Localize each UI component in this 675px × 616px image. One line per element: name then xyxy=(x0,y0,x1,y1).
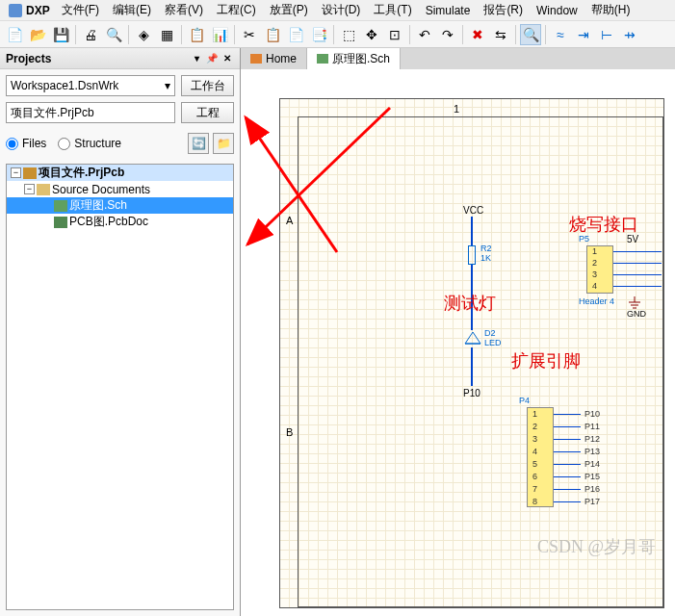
menu-reports[interactable]: 报告(R) xyxy=(478,0,529,20)
print-button[interactable]: 🖨 xyxy=(80,24,101,45)
comp-r2-val: 1K xyxy=(480,253,491,263)
tree-folder[interactable]: − Source Documents xyxy=(7,181,233,197)
dxp-icon xyxy=(9,4,22,17)
tool-1[interactable]: ◈ xyxy=(133,24,154,45)
anno-test: 测试灯 xyxy=(444,292,496,315)
menu-edit[interactable]: 编辑(E) xyxy=(107,0,157,20)
menu-view[interactable]: 察看(V) xyxy=(159,0,209,20)
net-5v: 5V xyxy=(627,234,638,244)
folder-icon xyxy=(37,184,50,195)
options-button[interactable]: 📁 xyxy=(213,133,234,154)
menu-tools[interactable]: 工具(T) xyxy=(368,0,417,20)
comp-header4: Header 4 xyxy=(579,296,614,306)
header-p4 xyxy=(527,407,554,507)
row-label-a: A xyxy=(286,215,293,226)
tree-pcb[interactable]: PCB图.PcbDoc xyxy=(7,214,233,230)
schematic-canvas[interactable]: 1 A B VCC R2 1K D2 LED P10 测试灯 烧写接口 扩展引脚 xyxy=(241,69,675,616)
save-button[interactable]: 💾 xyxy=(50,24,71,45)
project-combo[interactable]: 项目文件.PrjPcb xyxy=(6,102,175,123)
tool-4[interactable]: 📊 xyxy=(209,24,230,45)
select-tool[interactable]: ⬚ xyxy=(338,24,359,45)
radio-structure[interactable]: Structure xyxy=(58,137,121,150)
project-tree[interactable]: − 项目文件.PrjPcb − Source Documents 原理图.Sch… xyxy=(6,164,234,610)
bus-tool[interactable]: ⇥ xyxy=(573,24,594,45)
menu-project[interactable]: 工程(C) xyxy=(211,0,262,20)
collapse-icon[interactable]: − xyxy=(24,184,35,194)
menu-simulate[interactable]: Simulate xyxy=(420,2,477,19)
anno-ext: 扩展引脚 xyxy=(511,349,581,372)
net-gnd: GND xyxy=(627,309,646,319)
zoom-tool[interactable]: 🔍 xyxy=(520,24,541,45)
comp-p5: P5 xyxy=(579,234,589,244)
copy-button[interactable]: 📋 xyxy=(262,24,283,45)
chevron-down-icon: ▾ xyxy=(165,79,170,92)
tree-schematic[interactable]: 原理图.Sch xyxy=(7,197,233,214)
watermark: CSDN @岁月哥 xyxy=(537,535,656,558)
row-label-b: B xyxy=(286,426,293,438)
schematic-sheet: 1 A B VCC R2 1K D2 LED P10 测试灯 烧写接口 扩展引脚 xyxy=(279,98,664,608)
pcb-icon xyxy=(54,217,67,228)
tool-3[interactable]: 📋 xyxy=(186,24,207,45)
panel-title: Projects xyxy=(6,52,51,65)
comp-r2: R2 xyxy=(480,244,492,253)
collapse-icon[interactable]: − xyxy=(11,167,21,178)
menu-design[interactable]: 设计(D) xyxy=(316,0,367,20)
menu-help[interactable]: 帮助(H) xyxy=(585,0,636,20)
header-p5 xyxy=(586,245,613,294)
home-icon xyxy=(250,54,262,64)
tree-project-root[interactable]: − 项目文件.PrjPcb xyxy=(7,165,233,181)
move-tool[interactable]: ✥ xyxy=(361,24,382,45)
anno-burn: 烧写接口 xyxy=(569,213,638,236)
junction-tool[interactable]: ⊢ xyxy=(596,24,617,45)
net-tool[interactable]: ≈ xyxy=(550,24,571,45)
comp-p4: P4 xyxy=(519,396,530,405)
net-p10: P10 xyxy=(463,388,480,398)
deselect-tool[interactable]: ⊡ xyxy=(384,24,405,45)
panel-close[interactable]: ✕ xyxy=(221,52,234,65)
col-label-1: 1 xyxy=(454,103,459,115)
comp-d2: D2 xyxy=(484,328,496,338)
undo-button[interactable]: ↶ xyxy=(414,24,435,45)
cut-button[interactable]: ✂ xyxy=(239,24,260,45)
new-button[interactable]: 📄 xyxy=(4,24,25,45)
tab-schematic[interactable]: 原理图.Sch xyxy=(307,48,401,69)
workspace-combo[interactable]: Workspace1.DsnWrk▾ xyxy=(6,75,175,96)
paste2-button[interactable]: 📑 xyxy=(308,24,329,45)
svg-marker-0 xyxy=(465,332,480,344)
panel-dropdown[interactable]: ▾ xyxy=(190,52,203,65)
panel-pin[interactable]: 📌 xyxy=(205,52,219,65)
preview-button[interactable]: 🔍 xyxy=(103,24,124,45)
cross-tool[interactable]: ✖ xyxy=(467,24,488,45)
open-button[interactable]: 📂 xyxy=(27,24,48,45)
dxp-logo[interactable]: DXP xyxy=(5,4,54,17)
workspace-button[interactable]: 工作台 xyxy=(181,75,234,96)
paste-button[interactable]: 📄 xyxy=(285,24,306,45)
menu-file[interactable]: 文件(F) xyxy=(56,0,105,20)
project-icon xyxy=(23,167,37,179)
tab-home[interactable]: Home xyxy=(241,48,307,69)
projects-panel: Projects ▾ 📌 ✕ Workspace1.DsnWrk▾ 工作台 项目… xyxy=(0,48,241,616)
menu-window[interactable]: Window xyxy=(531,2,584,19)
schematic-icon xyxy=(317,54,328,64)
menu-place[interactable]: 放置(P) xyxy=(264,0,314,20)
tool-2[interactable]: ▦ xyxy=(156,24,177,45)
comp-d2-val: LED xyxy=(484,338,502,347)
port-tool[interactable]: ⇸ xyxy=(619,24,640,45)
project-button[interactable]: 工程 xyxy=(181,102,234,123)
app-name: DXP xyxy=(26,4,50,17)
toolbar: 📄 📂 💾 🖨 🔍 ◈ ▦ 📋 📊 ✂ 📋 📄 📑 ⬚ ✥ ⊡ ↶ ↷ ✖ ⇆ … xyxy=(0,21,675,48)
schematic-icon xyxy=(54,200,67,212)
net-vcc: VCC xyxy=(463,205,483,216)
redo-button[interactable]: ↷ xyxy=(437,24,458,45)
tool-a[interactable]: ⇆ xyxy=(490,24,511,45)
radio-files[interactable]: Files xyxy=(6,137,46,150)
refresh-button[interactable]: 🔄 xyxy=(188,133,209,154)
